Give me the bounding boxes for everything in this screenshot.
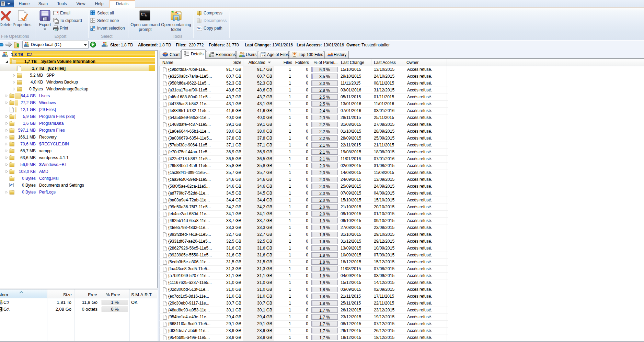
svg-text:W: W (197, 26, 200, 30)
svg-text:2: 2 (0, 308, 1, 311)
svg-text:100: 100 (292, 55, 296, 57)
svg-text:C:\: C:\ (141, 12, 146, 16)
svg-text:18: 18 (262, 54, 265, 57)
